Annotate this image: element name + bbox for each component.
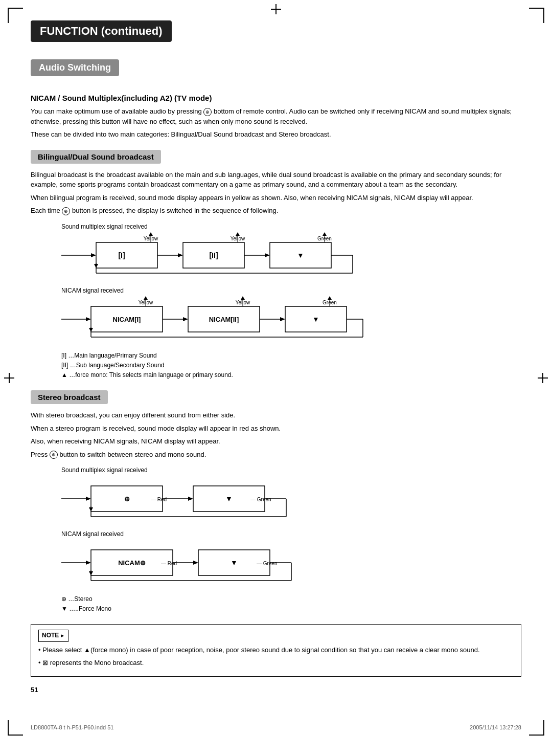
nicam-heading: NICAM / Sound Multiplex(including A2) (T… xyxy=(31,94,521,102)
button-icon-1: ⊕ xyxy=(62,207,70,215)
audio-switching-block: Audio Switching xyxy=(31,59,521,83)
page-footer: LD8800TA-8 t h-P51-P60.indd 51 2005/11/1… xyxy=(31,724,521,730)
section-title: Audio Switching xyxy=(31,59,119,76)
svg-marker-39 xyxy=(280,317,285,321)
stereo-para1: With stereo broadcast, you can enjoy dif… xyxy=(31,410,521,420)
button-icon-2: ⊕ xyxy=(50,451,58,459)
stereo-legend: ⊕ …Stereo ▼ …..Force Mono xyxy=(61,594,521,614)
bilingual-para1: Bilingual broadcast is the broadcast ava… xyxy=(31,170,521,190)
stereo-para2: When a stereo program is received, sound… xyxy=(31,424,521,434)
stereo-diagram2-svg: NICAM⊕ — Red ▼ — Green xyxy=(61,540,317,586)
stereo-title: Stereo broadcast xyxy=(31,390,108,404)
legend3: ▲ …force mono: This selects main languag… xyxy=(61,370,521,380)
svg-text:— Green: — Green xyxy=(257,561,278,566)
stereo-diagram-multiplex: Sound multiplex signal received ⊕ — Red … xyxy=(61,466,521,523)
page-number: 51 xyxy=(31,686,521,694)
diagram1-svg: [I] Yellow [II] Yellow ▼ Green xyxy=(61,232,378,278)
footer-right: 2005/11/14 13:27:28 xyxy=(470,724,521,730)
note-bullet2: • ⊠ represents the Mono broadcast. xyxy=(38,658,514,668)
svg-marker-53 xyxy=(86,497,91,501)
svg-marker-25 xyxy=(94,264,98,268)
stereo-diagram2-label: NICAM signal received xyxy=(61,530,521,538)
remote-icon: ⊕ xyxy=(203,108,212,116)
svg-marker-41 xyxy=(241,296,245,300)
svg-text:NICAM[I]: NICAM[I] xyxy=(113,316,141,323)
svg-marker-66 xyxy=(89,507,93,512)
svg-marker-34 xyxy=(144,296,148,300)
svg-marker-73 xyxy=(193,561,198,565)
bilingual-title: Bilingual/Dual Sound broadcast xyxy=(31,150,161,164)
svg-marker-20 xyxy=(323,232,327,236)
crosshair-left xyxy=(4,373,14,383)
nicam-para2: These can be divided into two main categ… xyxy=(31,129,521,140)
corner-mark-br xyxy=(529,720,544,736)
svg-marker-68 xyxy=(86,561,91,565)
svg-marker-8 xyxy=(149,232,153,236)
svg-text:▼: ▼ xyxy=(225,495,233,503)
svg-text:NICAM[II]: NICAM[II] xyxy=(209,316,239,323)
footer-left: LD8800TA-8 t h-P51-P60.indd 51 xyxy=(31,724,113,730)
diagram-multiplex: Sound multiplex signal received [I] Yell… xyxy=(61,223,521,280)
stereo-legend1: ⊕ …Stereo xyxy=(61,594,521,604)
function-title: FUNCTION (continued) xyxy=(31,20,172,42)
bilingual-block: Bilingual/Dual Sound broadcast Bilingual… xyxy=(31,150,521,381)
diagram1-label: Sound multiplex signal received xyxy=(61,223,521,230)
svg-marker-27 xyxy=(86,317,91,321)
svg-marker-15 xyxy=(236,232,240,236)
svg-marker-58 xyxy=(188,497,193,501)
svg-text:▼: ▼ xyxy=(297,251,304,259)
svg-marker-32 xyxy=(183,317,188,321)
svg-marker-6 xyxy=(178,253,183,257)
svg-text:▼: ▼ xyxy=(231,559,238,567)
corner-mark-bl xyxy=(8,720,23,736)
legend1: [I] …Main language/Primary Sound xyxy=(61,351,521,361)
nicam-block: NICAM / Sound Multiplex(including A2) (T… xyxy=(31,94,521,140)
svg-text:— Red: — Red xyxy=(161,561,177,566)
corner-mark-tr xyxy=(529,8,544,23)
svg-text:[II]: [II] xyxy=(209,251,218,259)
diagram-nicam: NICAM signal received NICAM[I] Yellow NI… xyxy=(61,287,521,344)
svg-marker-46 xyxy=(328,296,332,300)
bilingual-para3: Each time ⊕ button is pressed, the displ… xyxy=(31,206,521,216)
svg-text:— Red: — Red xyxy=(151,497,167,502)
stereo-para4: Press ⊕ button to switch between stereo … xyxy=(31,450,521,460)
legend2: [II] …Sub language/Secondary Sound xyxy=(61,361,521,370)
diagram2-label: NICAM signal received xyxy=(61,287,521,294)
bilingual-para2: When bilingual program is received, soun… xyxy=(31,193,521,203)
function-title-block: FUNCTION (continued) xyxy=(31,20,521,49)
svg-text:⊕: ⊕ xyxy=(124,495,130,503)
crosshair-right xyxy=(538,373,548,383)
svg-text:NICAM⊕: NICAM⊕ xyxy=(118,559,146,567)
stereo-diagram-nicam: NICAM signal received NICAM⊕ — Red ▼ — G… xyxy=(61,530,521,587)
corner-mark-tl xyxy=(8,8,23,23)
stereo-diagram1-svg: ⊕ — Red ▼ — Green xyxy=(61,476,317,522)
stereo-diagram1-label: Sound multiplex signal received xyxy=(61,466,521,474)
svg-marker-51 xyxy=(89,328,93,332)
stereo-block: Stereo broadcast With stereo broadcast, … xyxy=(31,390,521,614)
nicam-para1: You can make optimum use of available au… xyxy=(31,106,521,126)
stereo-para3: Also, when receiving NICAM signals, NICA… xyxy=(31,436,521,447)
svg-marker-81 xyxy=(89,571,93,575)
svg-marker-1 xyxy=(91,253,96,257)
svg-rect-2 xyxy=(96,242,157,268)
svg-text:[I]: [I] xyxy=(118,251,125,259)
svg-marker-13 xyxy=(265,253,270,257)
note-label: NOTE xyxy=(38,630,68,641)
note-box: NOTE • Please select ▲(force mono) in ca… xyxy=(31,624,521,676)
bilingual-legend: [I] …Main language/Primary Sound [II] …S… xyxy=(61,351,521,381)
note-bullet1: • Please select ▲(force mono) in case of… xyxy=(38,645,514,655)
stereo-legend2: ▼ …..Force Mono xyxy=(61,604,521,614)
svg-text:— Green: — Green xyxy=(250,497,271,502)
crosshair-top xyxy=(271,4,281,14)
diagram2-svg: NICAM[I] Yellow NICAM[II] Yellow ▼ Green xyxy=(61,296,378,342)
svg-text:▼: ▼ xyxy=(312,315,319,323)
